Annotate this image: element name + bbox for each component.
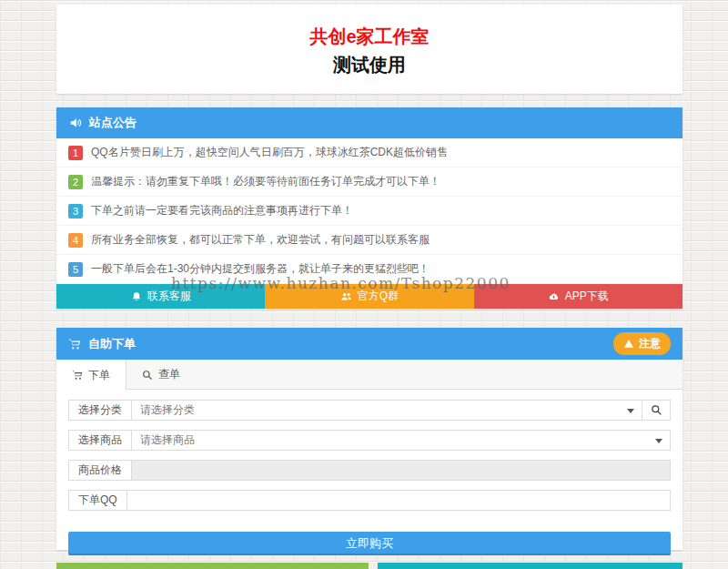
quick-link-label: 官方Q群 [358, 289, 399, 304]
app-download-button[interactable]: APP下载 [474, 284, 682, 309]
bell-icon [131, 291, 142, 302]
notice-text: QQ名片赞日刷上万，超快空间人气日刷百万，球球冰红茶CDK超低价销售 [91, 145, 448, 160]
qq-label: 下单QQ [68, 490, 127, 511]
notice-text: 温馨提示：请勿重复下单哦！必须要等待前面任务订单完成才可以下单！ [91, 174, 440, 189]
notice-item: 4 所有业务全部恢复，都可以正常下单，欢迎尝试，有问题可以联系客服 [56, 226, 682, 255]
tab-place-order[interactable]: 下单 [56, 360, 126, 391]
bottom-panel-green [56, 563, 369, 569]
notice-number-badge: 1 [68, 146, 83, 160]
caret-down-icon [655, 439, 662, 443]
order-card: 自助下单 注意 下单 [56, 328, 682, 550]
site-title: 共创e家工作室 [56, 23, 682, 51]
notice-number-badge: 4 [68, 233, 83, 248]
warning-icon [623, 339, 634, 349]
qq-row: 下单QQ [68, 490, 671, 511]
notice-item: 2 温馨提示：请勿重复下单哦！必须要等待前面任务订单完成才可以下单！ [56, 168, 682, 197]
category-row: 选择分类 请选择分类 [68, 400, 671, 421]
notice-item: 1 QQ名片赞日刷上万，超快空间人气日刷百万，球球冰红茶CDK超低价销售 [56, 138, 682, 168]
price-row: 商品价格 [68, 460, 671, 481]
search-icon [142, 370, 153, 381]
search-icon [651, 404, 662, 416]
product-selected-value: 请选择商品 [140, 432, 195, 448]
bottom-panel-cyan [378, 563, 682, 569]
order-title: 自助下单 [88, 336, 136, 352]
notice-text: 下单之前请一定要看完该商品的注意事项再进行下单！ [91, 203, 353, 218]
quick-links-bar: 联系客服 官方Q群 A [56, 284, 682, 309]
users-icon [340, 291, 352, 302]
quick-link-label: 联系客服 [147, 289, 191, 304]
notice-button[interactable]: 注意 [613, 332, 671, 355]
notice-number-badge: 2 [68, 175, 83, 189]
speaker-icon [69, 117, 82, 129]
category-search-button[interactable] [642, 400, 671, 421]
notice-item: 3 下单之前请一定要看完该商品的注意事项再进行下单！ [56, 197, 682, 226]
product-row: 选择商品 请选择商品 [68, 430, 671, 451]
cloud-download-icon [548, 291, 560, 302]
announcement-header: 站点公告 [56, 107, 682, 138]
notice-button-label: 注意 [639, 336, 661, 351]
site-subtitle: 测试使用 [56, 51, 682, 79]
buy-now-button[interactable]: 立即购买 [68, 532, 671, 555]
notice-item: 5 一般下单后会在1-30分钟内提交到服务器，就让单子来的更猛烈些吧！ [56, 255, 682, 284]
official-qq-group-button[interactable]: 官方Q群 [265, 284, 473, 309]
category-selected-value: 请选择分类 [140, 402, 195, 418]
notice-text: 所有业务全部恢复，都可以正常下单，欢迎尝试，有问题可以联系客服 [91, 232, 430, 248]
tab-check-order[interactable]: 查单 [126, 360, 196, 390]
order-form: 选择分类 请选择分类 选择商品 请选择商品 [56, 390, 682, 555]
announcement-title: 站点公告 [89, 115, 136, 131]
caret-down-icon [627, 409, 634, 413]
cart-icon [68, 338, 81, 351]
cart-icon [72, 370, 83, 381]
contact-support-button[interactable]: 联系客服 [56, 284, 265, 309]
category-label: 选择分类 [68, 400, 132, 421]
qq-input[interactable] [127, 490, 671, 511]
order-tabbar: 下单 查单 [56, 360, 682, 390]
notice-text: 一般下单后会在1-30分钟内提交到服务器，就让单子来的更猛烈些吧！ [91, 261, 430, 277]
tab-label: 查单 [158, 367, 180, 382]
site-header-card: 共创e家工作室 测试使用 [56, 5, 682, 94]
page: 共创e家工作室 测试使用 站点公告 1 QQ名片赞日刷上万，超快空间人气日刷百万… [0, 0, 728, 569]
category-select[interactable]: 请选择分类 [132, 400, 642, 421]
price-label: 商品价格 [68, 460, 132, 481]
announcement-card: 站点公告 1 QQ名片赞日刷上万，超快空间人气日刷百万，球球冰红茶CDK超低价销… [56, 107, 682, 309]
order-header: 自助下单 注意 [56, 328, 682, 360]
product-select[interactable]: 请选择商品 [132, 430, 671, 451]
price-field [132, 460, 671, 481]
quick-link-label: APP下载 [565, 289, 609, 304]
tab-label: 下单 [88, 368, 110, 383]
notice-number-badge: 3 [68, 204, 83, 218]
notice-number-badge: 5 [68, 262, 83, 277]
product-label: 选择商品 [68, 430, 132, 451]
